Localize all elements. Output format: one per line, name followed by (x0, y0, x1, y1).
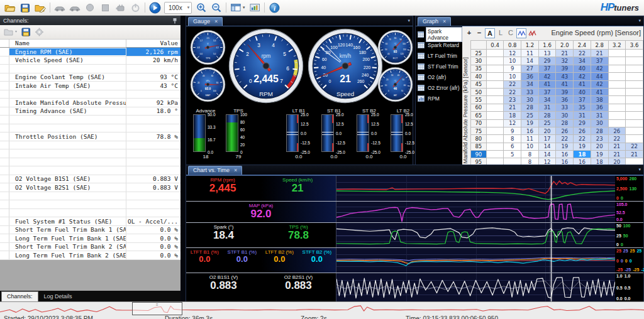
table-cell[interactable]: 11 (521, 135, 539, 143)
tab-chart-vs-time[interactable]: Chart vs. Time × (188, 166, 242, 175)
table-cell[interactable] (608, 104, 626, 111)
signal-readout[interactable]: O2 B1S1 (V)0.883 (209, 274, 238, 291)
table-cell[interactable]: 39 (556, 88, 574, 95)
channel-row[interactable] (0, 141, 180, 150)
graph-layer-item[interactable]: Spark Advance (416, 29, 462, 40)
table-cell[interactable] (486, 151, 504, 158)
channel-row[interactable]: Short Term Fuel Trim Bank 2 (SAE)0.0 % (0, 243, 180, 252)
table-cell[interactable]: 25 (521, 112, 539, 119)
pin-icon[interactable] (172, 18, 177, 24)
table-cell[interactable]: 14 (521, 57, 539, 65)
table-cell[interactable] (626, 73, 643, 80)
table-cell[interactable]: 22 (504, 80, 521, 88)
table-cell[interactable]: 38 (591, 96, 608, 104)
panel-menu-caret-icon[interactable]: ▾ (408, 18, 410, 23)
channel-row[interactable]: Throttle Position (SAE)78.8 % (0, 132, 180, 141)
table-cell[interactable]: 41 (556, 80, 574, 88)
engine-diagnostics-button[interactable] (113, 1, 128, 14)
channel-row[interactable]: O2 Voltage B2S1 (SAE)0.883 V (0, 183, 180, 192)
ect-gauge[interactable]: 405060708090100110120°C93ECT (377, 30, 413, 65)
table-cell[interactable] (626, 135, 643, 143)
playback-cursor[interactable] (551, 273, 552, 301)
table-cell[interactable]: 30 (591, 119, 608, 127)
signal-readout[interactable]: O2 B2S1 (V)0.883 (284, 274, 313, 291)
graph-tool-−[interactable]: − (475, 28, 484, 37)
table-cell[interactable] (486, 50, 504, 57)
table-cell[interactable]: 36 (521, 73, 539, 80)
table-cell[interactable]: 37 (538, 88, 556, 95)
signal-readout[interactable]: LTFT B2 (%)0.0 (265, 249, 294, 264)
channel-row[interactable]: Long Term Fuel Trim Bank 1 (SAE)0.0 % (0, 234, 180, 243)
map-row-header[interactable]: 35 (471, 65, 487, 72)
table-cell[interactable]: 42 (538, 73, 556, 80)
map-row-header[interactable]: 55 (471, 96, 487, 104)
graph-layer-item[interactable]: RPM (416, 93, 462, 104)
play-button[interactable] (147, 1, 162, 14)
table-cell[interactable]: 41 (591, 88, 608, 95)
save-log-button[interactable] (18, 1, 33, 14)
table-cell[interactable]: 35 (574, 104, 591, 111)
table-cell[interactable]: 12 (504, 119, 521, 127)
table-cell[interactable]: 21 (608, 143, 626, 150)
rpm-column-header[interactable]: 3.6 (626, 41, 643, 50)
table-cell[interactable] (626, 57, 643, 65)
table-cell[interactable] (626, 112, 643, 119)
rpm-column-header[interactable]: 0.4 (486, 41, 504, 50)
signal-readout[interactable]: MAP (kPa)92.0 (249, 203, 274, 220)
table-cell[interactable] (608, 80, 626, 88)
table-cell[interactable]: 5 (504, 151, 521, 158)
table-cell[interactable] (626, 65, 643, 72)
table-cell[interactable]: 28 (521, 104, 539, 111)
table-cell[interactable]: 21 (504, 104, 521, 111)
table-cell[interactable]: 26 (556, 127, 574, 134)
tps-voltage-gauge[interactable]: 0.00.81.72.53.34.25.0VTPS (190, 30, 226, 65)
tab-log-details[interactable]: Log Details (39, 292, 77, 301)
rpm-column-header[interactable]: 3.2 (608, 41, 626, 50)
table-cell[interactable]: 8 (504, 135, 521, 143)
table-cell[interactable]: 22 (556, 135, 574, 143)
table-cell[interactable]: 21 (608, 151, 626, 158)
table-cell[interactable]: 16 (521, 127, 539, 134)
table-cell[interactable]: 10 (504, 57, 521, 65)
strip-plot-area[interactable] (336, 202, 615, 222)
table-cell[interactable]: 28 (538, 112, 556, 119)
table-cell[interactable]: 32 (556, 57, 574, 65)
table-cell[interactable] (608, 112, 626, 119)
record-button[interactable] (82, 1, 97, 14)
table-cell[interactable]: 30 (556, 112, 574, 119)
table-cell[interactable] (486, 57, 504, 65)
table-cell[interactable]: 19 (556, 143, 574, 150)
channel-row[interactable]: Engine RPM (SAE)2,126 rpm (0, 48, 180, 57)
table-cell[interactable]: 34 (538, 96, 556, 104)
table-cell[interactable]: 17 (538, 135, 556, 143)
table-cell[interactable]: 20 (591, 143, 608, 150)
table-cell[interactable]: 12 (504, 50, 521, 57)
table-cell[interactable]: 31 (591, 112, 608, 119)
table-cell[interactable]: 37 (591, 57, 608, 65)
table-cell[interactable]: 26 (574, 127, 591, 134)
table-cell[interactable] (608, 88, 626, 95)
channel-row[interactable]: Vehicle Speed (SAE)20 km/h (0, 57, 180, 65)
map-row-header[interactable]: 90 (471, 151, 487, 158)
channel-row[interactable]: Intake Air Temp (SAE)43 °C (0, 82, 180, 90)
read-vehicle-button[interactable] (52, 1, 67, 14)
map-row-header[interactable]: 80 (471, 135, 487, 143)
table-cell[interactable]: 42 (574, 73, 591, 80)
graph-layer-item[interactable]: LT Fuel Trim (416, 50, 462, 61)
signal-readout[interactable]: RPM (rpm)2,445 (209, 177, 236, 194)
map-row-header[interactable]: 65 (471, 112, 487, 119)
power-button[interactable] (128, 1, 143, 14)
graph-layer-item[interactable]: ST Fuel Trim (416, 61, 462, 72)
st-b1-bar-gauge[interactable]: ST B125.012.50.0-12.5-25.00.0 (319, 108, 352, 165)
rpm-column-header[interactable]: 2.8 (591, 41, 608, 50)
playback-cursor[interactable] (551, 176, 552, 201)
table-cell[interactable]: 40 (574, 65, 591, 72)
table-cell[interactable] (626, 119, 643, 127)
table-cell[interactable] (626, 96, 643, 104)
channel-row[interactable]: Timing Advance (SAE)18.0 ° (0, 107, 180, 116)
table-cell[interactable] (486, 65, 504, 72)
channel-row[interactable] (0, 166, 180, 175)
playback-speed-select[interactable]: 100x ▾ (164, 2, 192, 14)
channel-row[interactable]: Fuel System #1 Status (SAE)OL - Accel/..… (0, 217, 180, 226)
trace-style-alt-button[interactable] (528, 29, 536, 38)
